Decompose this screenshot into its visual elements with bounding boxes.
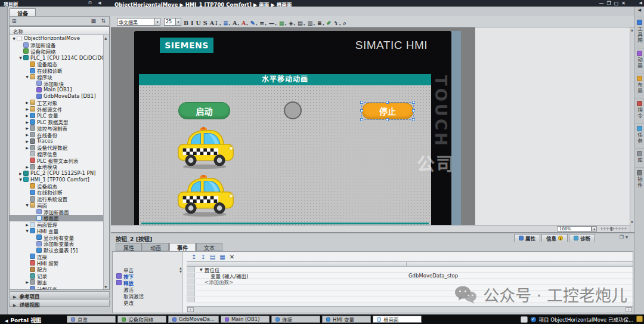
delete-button[interactable]: ✕ <box>230 254 234 260</box>
align-button[interactable]: ≣▾ <box>224 20 230 26</box>
tree-item[interactable]: 添加新变量表 <box>10 240 103 247</box>
tree-item[interactable]: ▼PLC_1 [CPU 1214C DC/DC/DC] <box>10 54 103 61</box>
font-family-dropdown-icon[interactable]: ▾ <box>155 18 160 26</box>
maximize-icon[interactable]: ▢ <box>614 1 622 6</box>
font-color-button[interactable]: A▾ <box>233 20 239 26</box>
tree-filter-icon[interactable]: ⊞ <box>12 18 17 24</box>
tree-item[interactable]: ▶PLC 数据类型 <box>10 119 103 125</box>
function-row-add[interactable]: <添加函数> <box>187 279 633 285</box>
grid-button[interactable]: ⊞▾ <box>317 20 324 26</box>
event-item-更改[interactable]: 更改 <box>113 299 182 306</box>
taskbar-button-HMI 变量[interactable]: HMI 变量 <box>322 316 371 323</box>
zoom-tool-button[interactable]: ⌕ <box>343 20 346 27</box>
function-table-hscrollbar[interactable]: ‹ › <box>187 306 633 313</box>
tree-item[interactable]: 设备组态 <box>10 183 103 189</box>
function-row-variable[interactable]: 变量 (输入/输出) GdbMoveData_stop <box>187 273 633 279</box>
event-item-激活[interactable]: 激活 <box>113 286 182 292</box>
sub-tab-文本[interactable]: 文本 <box>196 243 222 251</box>
strikethrough-button[interactable]: S <box>203 20 208 26</box>
zoom-dropdown-icon[interactable]: ▾ <box>592 226 597 232</box>
move-down-button[interactable]: ↧ <box>200 254 205 260</box>
portal-view-button[interactable]: ◀Portal 视图 <box>5 316 41 324</box>
panel-pin-icons[interactable]: ⊡ ◀ <box>88 1 103 5</box>
collapse-button[interactable]: ▤ <box>210 254 215 260</box>
float-panel-icon[interactable]: ❐ <box>620 234 626 240</box>
tree-view-icon[interactable]: ▦ <box>91 18 96 24</box>
taskbar-button-总览[interactable]: 总览 <box>67 316 116 323</box>
screen-title-bar[interactable]: 水平移动动画 <box>139 74 431 85</box>
hmi-screen[interactable]: 水平移动动画 启动 停止 <box>139 74 431 225</box>
tree-item[interactable]: 根画面 <box>10 215 103 221</box>
start-button[interactable]: 启动 <box>178 102 230 119</box>
tree-item[interactable]: ▼画面 <box>10 202 103 209</box>
scroll-up-icon[interactable]: ▲ <box>631 28 633 32</box>
tree-item[interactable]: ▶Traces <box>10 138 103 144</box>
zoom-level-select[interactable]: 100% <box>557 226 592 232</box>
inspector-tab-诊断[interactable]: 诊断 <box>569 234 595 242</box>
function-row-setbit[interactable]: ▼ 置位位 <box>187 267 633 273</box>
tree-item[interactable]: 添加新画面 <box>10 208 103 215</box>
restore-icon[interactable]: ❐ <box>607 1 614 6</box>
task-card-tab-插件[interactable]: 插件 <box>635 167 644 188</box>
tree-item[interactable]: ▼ObjectHorizontalMove <box>10 35 103 42</box>
move-up-button[interactable]: ↥ <box>191 254 196 260</box>
scroll-right-icon[interactable]: › <box>626 307 632 312</box>
scroll-down-icon[interactable]: ▼ <box>631 220 633 224</box>
list-button[interactable]: ▦ <box>219 254 225 260</box>
taskbar-button-根画面[interactable]: 根画面 <box>373 316 422 323</box>
screen-editor-canvas[interactable]: SIEMENS SIMATIC HMI TOUCH 水平移动动画 启动 停止 <box>111 27 634 232</box>
resize-handle[interactable] <box>412 118 415 121</box>
font-family-select[interactable]: 华文细黑 <box>117 18 155 26</box>
taskbar-button-设备和网络[interactable]: 设备和网络 <box>117 316 166 323</box>
zoom-slider[interactable] <box>601 229 627 229</box>
tree-item[interactable]: 计划任务 <box>10 285 103 289</box>
corner-style-button[interactable]: ◈▾ <box>289 20 295 26</box>
tree-item[interactable]: 程序信息 <box>10 151 103 158</box>
sub-tab-属性[interactable]: 属性 <box>116 243 142 251</box>
stop-button[interactable]: 停止 <box>362 103 413 119</box>
border-button[interactable]: ▥▾ <box>308 20 315 26</box>
tree-item[interactable]: ▶本地模块 <box>10 163 103 170</box>
resize-handle[interactable] <box>386 118 389 121</box>
taskbar-button-Main (OB1)[interactable]: Main (OB1) <box>221 316 270 323</box>
canvas-vertical-scrollbar[interactable]: ▲ ▼ <box>630 27 634 232</box>
sub-tab-事件[interactable]: 事件 <box>169 243 196 251</box>
tree-item[interactable]: 添加新块 <box>10 80 103 87</box>
tree-item[interactable]: GdbMoveData [DB1] <box>10 93 103 100</box>
tree-item[interactable]: 在线和诊断 <box>10 189 103 196</box>
inspector-tab-信息[interactable]: 信息i <box>541 234 568 242</box>
line-weight-button[interactable]: —▾ <box>269 20 277 26</box>
variable-value[interactable]: GdbMoveData_stop <box>408 273 458 279</box>
taskbar-button-GdbMoveDa...[interactable]: GdbMoveDa... <box>168 316 219 323</box>
tree-item[interactable]: ▶设备代理数据 <box>10 144 103 151</box>
indicator-circle[interactable] <box>284 101 302 119</box>
tree-item[interactable]: 运行系统设置 <box>10 196 103 202</box>
tree-scrollbar[interactable]: ▲ ▼ <box>103 35 109 289</box>
tree-item[interactable]: 设备和网络 <box>10 48 103 55</box>
event-item-单击[interactable]: 单击 <box>113 266 182 273</box>
taskbar-corner-icon[interactable] <box>636 316 643 322</box>
tab-order-button[interactable]: ↯▾ <box>334 20 341 26</box>
event-item-取消激活[interactable]: 取消激活 <box>113 292 182 299</box>
tree-item[interactable]: 添加新设备 <box>10 42 103 48</box>
tree-item[interactable]: 在线和诊断 <box>10 67 103 74</box>
tree-item[interactable]: 记录 <box>10 273 103 279</box>
scroll-left-icon[interactable]: ‹ <box>187 307 194 312</box>
tree-item[interactable]: ▶PLC_2 [CPU 1512SP-1 PN] <box>10 170 103 177</box>
tree-item[interactable]: 显示所有变量 <box>10 234 103 240</box>
tree-item[interactable]: Main [OB1] <box>10 87 103 93</box>
underline-button[interactable]: U <box>196 20 200 26</box>
taxi-image-2[interactable] <box>175 175 238 218</box>
task-card-tab-布局[interactable]: 布局 <box>635 73 644 94</box>
resize-handle[interactable] <box>386 101 389 104</box>
stop-button-selection[interactable]: 停止 <box>362 103 413 119</box>
shadow-button[interactable]: ▤▾ <box>298 20 305 26</box>
tree-item[interactable]: ▶脚本 <box>10 279 103 286</box>
taxi-image-1[interactable] <box>175 127 238 170</box>
taskbar-button-连接[interactable]: 连接 <box>271 316 320 323</box>
tree-item[interactable]: ▼HMI 变量 <box>10 228 103 234</box>
pen-color-button[interactable]: ✎▾ <box>250 20 257 26</box>
collapse-left-icon[interactable]: ◀ <box>635 8 644 13</box>
format-paint-button[interactable]: ✐ <box>327 20 332 26</box>
background-color-button[interactable]: A▾ <box>242 20 248 26</box>
